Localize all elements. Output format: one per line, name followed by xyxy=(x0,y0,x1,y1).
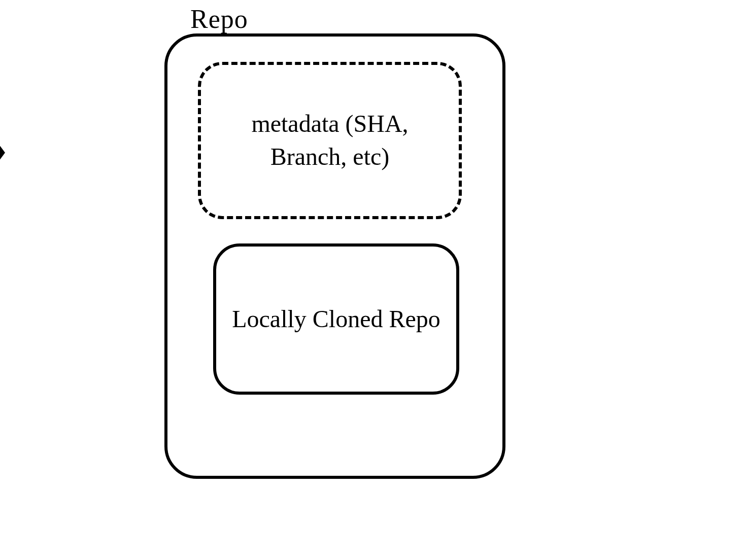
diagram-canvas: Repo metadata (SHA, Branch, etc) Locally… xyxy=(0,0,747,560)
locally-cloned-label: Locally Cloned Repo xyxy=(220,303,453,336)
metadata-box: metadata (SHA, Branch, etc) xyxy=(198,62,462,219)
metadata-label: metadata (SHA, Branch, etc) xyxy=(201,108,459,173)
edge-artifact xyxy=(0,139,5,166)
locally-cloned-box: Locally Cloned Repo xyxy=(213,243,459,395)
outer-box-label: Repo xyxy=(190,4,248,34)
